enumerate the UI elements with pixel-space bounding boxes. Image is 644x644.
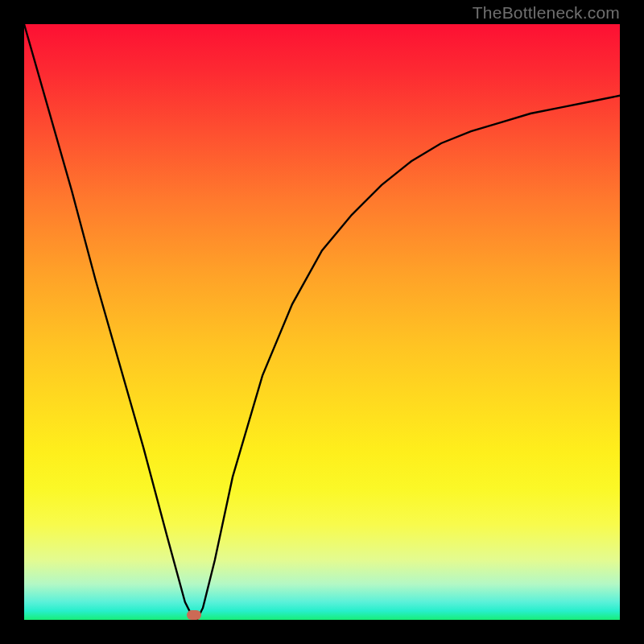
curve-svg <box>0 0 644 644</box>
chart-frame: TheBottleneck.com <box>0 0 644 644</box>
minimum-marker <box>187 610 201 620</box>
watermark-text: TheBottleneck.com <box>473 3 620 23</box>
bottleneck-curve <box>24 24 620 620</box>
